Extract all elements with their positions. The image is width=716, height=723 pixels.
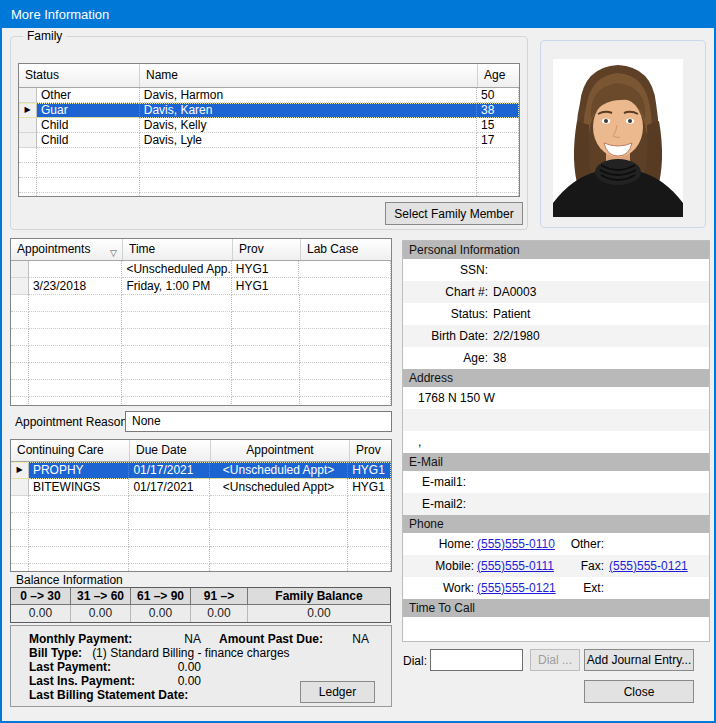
time-to-call-header: Time To Call [403, 599, 709, 617]
appointment-time: <Unscheduled App... [122, 261, 231, 278]
empty-row [11, 295, 391, 312]
empty-row [19, 178, 519, 193]
selected-row-marker-icon[interactable]: ▶ [19, 103, 37, 118]
cc-type: BITEWINGS [29, 479, 129, 496]
email1-row: E-mail1: [403, 471, 709, 493]
empty-row [11, 564, 391, 572]
continuing-care-row[interactable]: BITEWINGS 01/17/2021 <Unscheduled Appt> … [11, 479, 391, 496]
mobile-phone-label: Mobile: [403, 555, 477, 577]
bill-type-value: (1) Standard Billing - finance charges [82, 646, 289, 660]
personal-information-header: Personal Information [403, 241, 709, 259]
status-value: Patient [493, 303, 709, 325]
column-header-name: Name [140, 64, 478, 87]
ssn-value [493, 259, 709, 281]
empty-row [11, 513, 391, 530]
empty-row [11, 496, 391, 513]
appointment-reason-label: Appointment Reason: [15, 415, 130, 429]
aging-61-90-value: 0.00 [131, 605, 191, 622]
phone-header: Phone [403, 515, 709, 533]
row-selector[interactable] [11, 261, 29, 278]
birth-date-value: 2/2/1980 [493, 325, 709, 347]
address-line2-value: , [403, 431, 709, 453]
dial-button[interactable]: Dial ... [530, 649, 580, 671]
column-header-appointments[interactable]: Appointments ▽ [11, 239, 123, 260]
row-selector[interactable] [11, 278, 29, 295]
family-status: Child [37, 133, 140, 148]
family-name: Davis, Lyle [140, 133, 477, 148]
work-phone-link[interactable]: (555)555-0121 [477, 581, 556, 595]
appointment-row[interactable]: 3/23/2018 Friday, 1:00 PM HYG1 [11, 278, 391, 295]
balance-section-label: Balance Information [16, 573, 123, 587]
last-ins-payment-value: 0.00 [161, 674, 201, 688]
email-header: E-Mail [403, 453, 709, 471]
family-row[interactable]: Child Davis, Kelly 15 [19, 118, 519, 133]
continuing-care-row-selected[interactable]: ▶ PROPHY 01/17/2021 <Unscheduled Appt> H… [11, 462, 391, 479]
add-journal-entry-button[interactable]: Add Journal Entry... [584, 649, 694, 671]
fax-link[interactable]: (555)555-0121 [609, 559, 688, 573]
selected-row-marker-icon[interactable]: ▶ [11, 462, 29, 479]
column-header-lab-case[interactable]: Lab Case [301, 239, 391, 260]
appointment-date: 3/23/2018 [29, 278, 123, 295]
titlebar[interactable]: More Information [2, 2, 714, 28]
row-selector[interactable] [19, 133, 37, 148]
email2-label: E-mail2: [403, 493, 471, 515]
family-row[interactable]: Other Davis, Harmon 50 [19, 88, 519, 103]
email2-value [471, 493, 709, 515]
column-header-appointment[interactable]: Appointment [211, 440, 350, 461]
row-selector[interactable] [19, 88, 37, 103]
balance-aging-header: 0 –> 30 31 –> 60 61 –> 90 91 –> Family B… [11, 588, 390, 605]
family-age: 15 [477, 118, 519, 133]
last-payment-label: Last Payment: [29, 660, 161, 674]
amount-past-due-value: NA [323, 632, 391, 646]
family-row[interactable]: Child Davis, Lyle 17 [19, 133, 519, 148]
home-phone-row: Home: (555)555-0110 Other: [403, 533, 709, 555]
address-header: Address [403, 369, 709, 387]
last-ins-payment-label: Last Ins. Payment: [29, 674, 161, 688]
aging-91-value: 0.00 [191, 605, 248, 622]
family-name: Davis, Kelly [140, 118, 477, 133]
status-row: Status: Patient [403, 303, 709, 325]
empty-row [11, 329, 391, 346]
other-phone-label: Other: [577, 533, 607, 555]
family-table-header: Status Name Age [19, 64, 519, 88]
appointment-row[interactable]: <Unscheduled App... HYG1 [11, 261, 391, 278]
empty-row [19, 193, 519, 197]
more-information-dialog: More Information Family Status Name Age … [0, 0, 716, 723]
home-phone-link[interactable]: (555)555-0110 [477, 537, 555, 551]
row-selector[interactable] [19, 118, 37, 133]
appointment-prov: HYG1 [232, 278, 300, 295]
work-phone-label: Work: [403, 577, 477, 599]
column-header-prov[interactable]: Prov [233, 239, 301, 260]
status-label: Status: [403, 303, 493, 325]
last-billing-statement-value [188, 688, 194, 702]
continuing-care-table: Continuing Care Due Date Appointment Pro… [10, 439, 392, 572]
appointment-lab [299, 261, 391, 278]
cc-appointment: <Unscheduled Appt> [210, 479, 348, 496]
appointment-time: Friday, 1:00 PM [122, 278, 231, 295]
empty-row [11, 547, 391, 564]
close-button[interactable]: Close [584, 680, 694, 703]
appointments-header-label: Appointments [17, 242, 90, 256]
appointment-reason-value: None [125, 411, 392, 432]
column-header-cc-prov[interactable]: Prov [350, 440, 391, 461]
family-age: 38 [477, 103, 519, 118]
mobile-phone-link[interactable]: (555)555-0111 [477, 559, 554, 573]
sort-descending-icon: ▽ [110, 243, 117, 260]
select-family-member-button[interactable]: Select Family Member [385, 202, 523, 225]
address-line2: , [403, 431, 709, 453]
family-row-selected[interactable]: ▶ Guar Davis, Karen 38 [19, 103, 519, 118]
address-blank-row [403, 409, 709, 431]
monthly-payment-value: NA [161, 632, 201, 646]
family-balance-value: 0.00 [248, 605, 390, 622]
column-header-time[interactable]: Time [123, 239, 233, 260]
age-value: 38 [493, 347, 709, 369]
family-balance-header: Family Balance [248, 588, 390, 604]
cc-type: PROPHY [29, 462, 129, 479]
age-row: Age: 38 [403, 347, 709, 369]
column-header-continuing-care[interactable]: Continuing Care [11, 440, 130, 461]
row-selector[interactable] [11, 479, 29, 496]
ledger-button[interactable]: Ledger [300, 681, 375, 703]
column-header-due-date[interactable]: Due Date [130, 440, 211, 461]
dial-input[interactable] [430, 649, 523, 671]
other-phone-value [607, 533, 709, 555]
